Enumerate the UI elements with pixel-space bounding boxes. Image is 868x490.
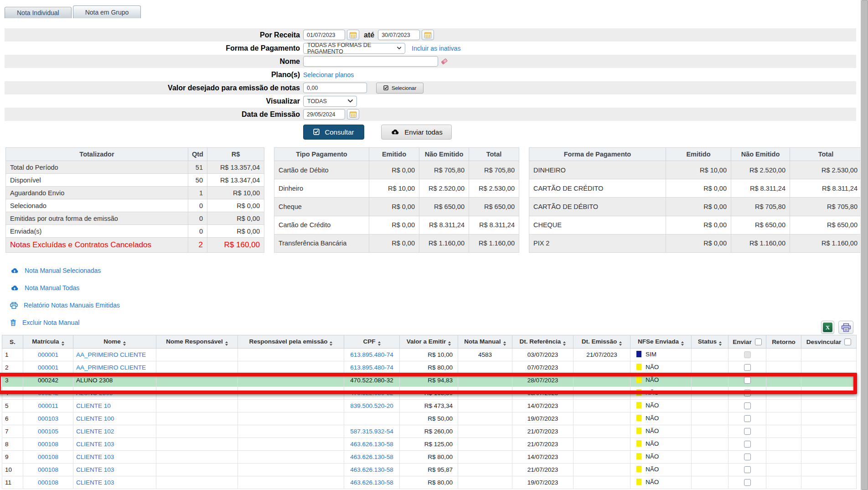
calendar-icon[interactable] — [347, 109, 359, 120]
enviar-checkbox[interactable] — [744, 377, 751, 384]
column-header-respons-vel-pela-emiss-o[interactable]: Responsável pela emissão — [238, 335, 344, 349]
cpf-link[interactable]: 587.315.932-54 — [350, 428, 393, 435]
matricula-link[interactable]: 000108 — [38, 479, 58, 486]
enviar-checkbox[interactable] — [744, 390, 751, 396]
nome-link[interactable]: CLIENTE 103 — [76, 441, 114, 448]
desvincular-all-checkbox[interactable] — [844, 339, 851, 345]
table-row[interactable]: 1000001AA_PRIMEIRO CLIENTE613.895.480-74… — [2, 349, 857, 361]
nome-link[interactable]: ALUNO 2308 — [76, 377, 113, 384]
column-header-dt-emiss-o[interactable]: Dt. Emissão — [574, 335, 630, 349]
consultar-button[interactable]: Consultar — [303, 125, 364, 140]
action-link[interactable]: Excluir Nota Manual — [22, 319, 79, 326]
column-header-cpf[interactable]: CPF — [344, 335, 400, 349]
nome-link[interactable]: AA_PRIMEIRO CLIENTE — [76, 351, 146, 358]
table-row[interactable]: 11000108CLIENTE 103463.626.130-58R$ 80,0… — [2, 476, 857, 489]
cpf-link[interactable]: 613.895.480-74 — [350, 364, 393, 371]
eraser-icon[interactable] — [440, 57, 448, 65]
column-header-nfse-enviada[interactable]: NFSe Enviada — [630, 335, 692, 349]
table-row[interactable]: 4000242ALUNO 2308470.522.080-32R$ 165,50… — [2, 387, 857, 400]
nome-link[interactable]: CLIENTE 103 — [76, 454, 114, 460]
enviar-checkbox[interactable] — [744, 415, 751, 422]
matricula-link[interactable]: 000105 — [38, 428, 58, 435]
enviar-checkbox[interactable] — [744, 454, 751, 460]
table-row[interactable]: 10000108CLIENTE 103463.626.130-58R$ 95,8… — [2, 464, 857, 476]
action-link[interactable]: Nota Manual Selecionadas — [25, 267, 101, 274]
nome-link[interactable]: CLIENTE 103 — [76, 466, 114, 473]
cpf-link[interactable]: 463.626.130-58 — [350, 441, 393, 448]
vertical-scrollbar[interactable] — [860, 0, 868, 490]
nome-link[interactable]: CLIENTE 103 — [76, 479, 114, 486]
sort-icon[interactable] — [563, 341, 566, 346]
visualizar-select[interactable]: TODAS — [303, 96, 357, 107]
table-row[interactable]: 6000103CLIENTE 100R$ 50,0019/07/2023NÃO — [2, 412, 857, 425]
nome-link[interactable]: ALUNO 2308 — [76, 390, 113, 396]
cpf-link[interactable]: 470.522.080-32 — [350, 377, 393, 384]
sort-icon[interactable] — [123, 341, 126, 346]
table-row-highlighted[interactable]: 3000242ALUNO 2308470.522.080-32R$ 94,832… — [2, 374, 857, 387]
sort-icon[interactable] — [378, 341, 381, 346]
matricula-link[interactable]: 000108 — [38, 441, 58, 448]
por-receita-from-input[interactable] — [303, 30, 345, 40]
por-receita-to-input[interactable] — [378, 30, 420, 40]
matricula-link[interactable]: 000242 — [38, 390, 58, 396]
sort-icon[interactable] — [448, 341, 451, 346]
table-row[interactable]: 2000001AA_PRIMEIRO CLIENTE613.895.480-74… — [2, 361, 857, 374]
action-link[interactable]: Nota Manual Todas — [25, 284, 79, 292]
data-emissao-input[interactable] — [303, 109, 345, 120]
nome-link[interactable]: CLIENTE 100 — [76, 415, 114, 422]
column-header-dt-refer-ncia[interactable]: Dt. Referência — [512, 335, 574, 349]
calendar-icon[interactable] — [347, 30, 359, 40]
enviar-checkbox[interactable] — [744, 441, 751, 448]
matricula-link[interactable]: 000011 — [38, 402, 58, 409]
tab-nota-individual[interactable]: Nota Individual — [5, 7, 72, 18]
nome-link[interactable]: AA_PRIMEIRO CLIENTE — [76, 364, 146, 371]
incluir-inativas-link[interactable]: Incluir as inativas — [412, 45, 460, 52]
excel-export-icon[interactable]: X — [821, 321, 834, 334]
cpf-link[interactable]: 463.626.130-58 — [350, 454, 393, 460]
enviar-checkbox[interactable] — [744, 466, 751, 473]
tab-nota-em-grupo[interactable]: Nota em Grupo — [73, 5, 141, 18]
matricula-link[interactable]: 000108 — [38, 454, 58, 460]
column-header-status[interactable]: Status — [692, 335, 728, 349]
cpf-link[interactable]: 470.522.080-32 — [350, 390, 393, 396]
sort-icon[interactable] — [719, 341, 722, 346]
cpf-link[interactable]: 839.500.520-20 — [350, 402, 393, 409]
print-icon[interactable] — [838, 321, 853, 334]
matricula-link[interactable]: 000242 — [38, 377, 58, 384]
enviar-checkbox[interactable] — [744, 364, 751, 371]
scrollbar-thumb[interactable] — [861, 0, 868, 490]
valor-desejado-input[interactable] — [303, 83, 367, 93]
table-row[interactable]: 9000108CLIENTE 103463.626.130-58R$ 80,00… — [2, 451, 857, 464]
table-row[interactable]: 7000105CLIENTE 102587.315.932-54R$ 260,0… — [2, 425, 857, 438]
matricula-link[interactable]: 000103 — [38, 415, 58, 422]
matricula-link[interactable]: 000001 — [38, 364, 58, 371]
column-header-nome[interactable]: Nome — [73, 335, 156, 349]
action-link[interactable]: Relatório Notas Manuais Emitidas — [24, 302, 120, 309]
column-header-nota-manual[interactable]: Nota Manual — [458, 335, 512, 349]
enviar-todas-button[interactable]: Enviar todas — [381, 125, 452, 140]
enviar-all-checkbox[interactable] — [755, 339, 762, 345]
selecionar-planos-link[interactable]: Selecionar planos — [303, 71, 354, 78]
enviar-checkbox[interactable] — [744, 428, 751, 435]
table-row[interactable]: 5000011CLIENTE 10839.500.520-20R$ 473,34… — [2, 400, 857, 412]
table-row[interactable]: 8000108CLIENTE 103463.626.130-58R$ 125,0… — [2, 438, 857, 451]
sort-icon[interactable] — [225, 341, 228, 346]
forma-pagamento-select[interactable]: TODAS AS FORMAS DE PAGAMENTO — [303, 43, 405, 54]
column-header-valor-a-emitir[interactable]: Valor a Emitir — [400, 335, 458, 349]
column-header-matr-cula[interactable]: Matrícula — [23, 335, 73, 349]
selecionar-button[interactable]: Selecionar — [376, 83, 424, 94]
cpf-link[interactable]: 463.626.130-58 — [350, 479, 393, 486]
matricula-link[interactable]: 000001 — [38, 351, 58, 358]
nome-link[interactable]: CLIENTE 102 — [76, 428, 114, 435]
cpf-link[interactable]: 613.895.480-74 — [350, 351, 393, 358]
nome-link[interactable]: CLIENTE 10 — [76, 402, 111, 409]
sort-icon[interactable] — [619, 341, 622, 346]
cpf-link[interactable]: 463.626.130-58 — [350, 466, 393, 473]
nome-input[interactable] — [303, 56, 438, 67]
enviar-checkbox[interactable] — [744, 479, 751, 486]
sort-icon[interactable] — [503, 341, 506, 346]
enviar-checkbox[interactable] — [744, 402, 751, 409]
matricula-link[interactable]: 000108 — [38, 466, 58, 473]
column-header-nome-respons-vel[interactable]: Nome Responsável — [156, 335, 238, 349]
sort-icon[interactable] — [62, 341, 64, 346]
